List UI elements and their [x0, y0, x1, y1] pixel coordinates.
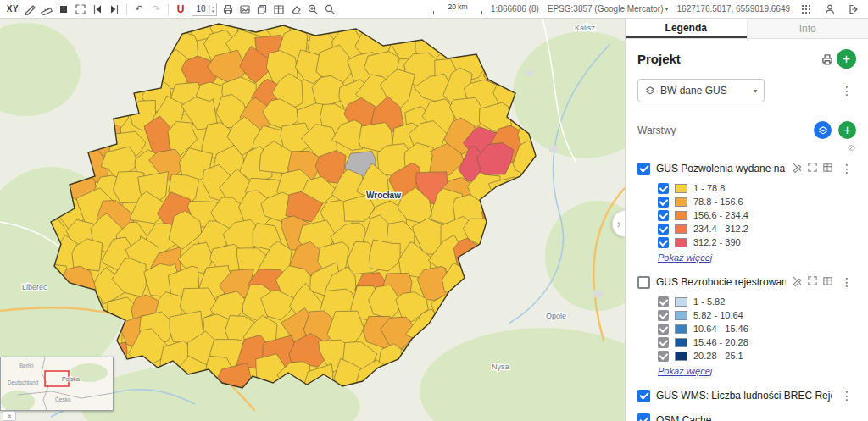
class-checkbox[interactable] [658, 237, 669, 248]
minimap-label: Česko [55, 396, 71, 402]
project-menu-dots[interactable]: ⋮ [837, 83, 856, 98]
show-more-link[interactable]: Pokaż więcej [658, 252, 712, 263]
printer-icon [821, 53, 834, 66]
projection-selector[interactable]: EPSG:3857 (Google Mercator) ▾ [548, 4, 669, 14]
stepper-arrows[interactable]: ▴ ▾ [209, 5, 216, 14]
layer-checkbox[interactable] [637, 413, 650, 421]
class-checkbox[interactable] [658, 324, 669, 335]
chevron-down-icon: ▾ [754, 87, 757, 95]
underline-style-tool[interactable]: U [173, 2, 188, 17]
apps-grid-icon [800, 3, 812, 15]
xy-coordinates-tool[interactable]: XY [5, 2, 20, 17]
class-checkbox[interactable] [658, 224, 669, 235]
class-checkbox[interactable] [658, 197, 669, 208]
legend-class-label: 20.28 - 25.1 [693, 351, 743, 361]
tab-legend[interactable]: Legenda [626, 19, 747, 38]
legend-class-row: 1 - 78.8 [658, 181, 856, 195]
city-label: Nysa [492, 363, 509, 371]
zoom-to-layer-icon[interactable] [807, 161, 818, 176]
layer-checkbox[interactable] [637, 276, 650, 289]
class-checkbox[interactable] [658, 310, 669, 321]
person-icon [824, 3, 836, 15]
account-button[interactable] [822, 2, 837, 17]
add-layer-button[interactable]: + [838, 121, 856, 139]
tab-info[interactable]: Info [747, 19, 868, 38]
show-more-link[interactable]: Pokaż więcej [658, 366, 712, 376]
draw-tool[interactable] [22, 2, 37, 17]
size-input[interactable] [192, 4, 209, 14]
fullscreen-tool[interactable] [73, 2, 88, 17]
next-extent-button[interactable] [107, 2, 122, 17]
add-project-button[interactable]: + [837, 49, 856, 69]
legend-swatch [675, 338, 687, 347]
map-canvas[interactable]: Wrocław Kalisz Opole Liberec Nysa Hradec… [0, 19, 625, 421]
city-label: Kalisz [575, 24, 596, 32]
city-label: Wrocław [366, 191, 401, 200]
legend-class-row: 15.46 - 20.28 [658, 335, 856, 349]
legend-class-row: 20.28 - 25.1 [658, 349, 856, 363]
layer-label: GUS Pozwolenia wydane na budowę mieszkal… [656, 163, 786, 174]
edit-off-icon[interactable] [792, 161, 803, 176]
apps-menu-button[interactable] [798, 2, 814, 17]
layer-label: GUS Bezrobocie rejestrowane 2022 ogółem … [656, 276, 786, 288]
class-checkbox[interactable] [658, 296, 669, 307]
manage-layers-button[interactable] [814, 121, 832, 139]
legend-swatch [675, 297, 687, 307]
layers-header: Warstwy + [637, 121, 856, 139]
edit-off-icon[interactable] [792, 274, 803, 290]
cursor-coordinates: 1627176.5817, 6559019.6649 [677, 4, 790, 14]
layer-menu-dots[interactable]: ⋮ [837, 161, 856, 176]
scale-bar-label: 20 km [433, 3, 482, 11]
class-checkbox[interactable] [658, 183, 669, 194]
undo-button[interactable]: ↶ [131, 2, 147, 17]
layer-action-icons: ⋮ [792, 274, 856, 290]
layer-menu-dots[interactable]: ⋮ [837, 388, 856, 403]
project-select[interactable]: BW dane GUS ▾ [637, 79, 765, 102]
minimap-svg: Berlin Deutschland Polska Česko [1, 357, 113, 410]
attribute-table-icon[interactable] [822, 274, 833, 290]
minimap-collapse-button[interactable]: « [3, 411, 16, 421]
copy-feature-button[interactable] [254, 2, 270, 17]
fullscreen-icon [75, 3, 86, 15]
legend-classes: 1 - 5.82 5.82 - 10.64 10.64 - 15.46 15.4… [658, 295, 856, 363]
class-checkbox[interactable] [658, 210, 669, 221]
legend-swatch [675, 184, 687, 193]
search-tool[interactable] [322, 2, 337, 17]
previous-extent-button[interactable] [90, 2, 105, 17]
export-image-button[interactable] [237, 2, 253, 17]
chevron-down-icon: ▾ [665, 5, 669, 13]
layer-checkbox[interactable] [637, 163, 650, 175]
stepper-down-icon[interactable]: ▾ [212, 9, 214, 14]
layer-checkbox[interactable] [637, 390, 650, 402]
visibility-off-icon[interactable] [847, 141, 856, 151]
print-button[interactable] [220, 2, 236, 17]
class-checkbox[interactable] [658, 337, 669, 348]
select-extent-tool[interactable] [56, 2, 71, 17]
layer-menu-dots[interactable]: ⋮ [837, 274, 856, 290]
attribute-table-icon[interactable] [822, 161, 833, 176]
undo-icon: ↶ [135, 3, 142, 14]
redo-button[interactable]: ↷ [148, 2, 164, 17]
image-icon [239, 3, 251, 15]
legend-swatch [675, 211, 687, 220]
top-toolbar: XY ↶ ↷ U ▴ ▾ [0, 0, 868, 19]
measure-tool[interactable] [39, 2, 54, 17]
legend-class-label: 78.8 - 156.6 [693, 197, 743, 207]
toolbar-separator [126, 3, 127, 15]
print-project-button[interactable] [818, 50, 837, 69]
zoom-to-layer-icon[interactable] [807, 274, 818, 290]
zoom-in-tool[interactable] [305, 2, 320, 17]
attribute-table-button[interactable] [271, 2, 287, 17]
copy-icon [256, 3, 268, 15]
magnifier-plus-icon [307, 3, 319, 15]
logout-button[interactable] [846, 2, 861, 17]
legend-class-label: 15.46 - 20.28 [693, 337, 748, 347]
legend-class-label: 156.6 - 234.4 [693, 210, 748, 220]
erase-button[interactable] [288, 2, 303, 17]
pencil-icon [24, 3, 36, 15]
legend-swatch [675, 352, 687, 361]
class-checkbox[interactable] [658, 351, 669, 362]
legend-classes: 1 - 78.8 78.8 - 156.6 156.6 - 234.4 234.… [658, 181, 856, 249]
project-header: Projekt + [637, 49, 856, 69]
overview-minimap[interactable]: Berlin Deutschland Polska Česko [0, 357, 114, 411]
